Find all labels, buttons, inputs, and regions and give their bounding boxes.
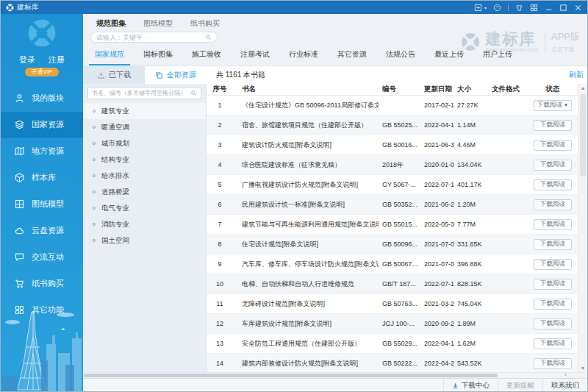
download-center-button[interactable]: 下载中心: [443, 379, 498, 392]
cell-no: 9: [207, 260, 233, 268]
scroll-down-arrow[interactable]: ▼: [578, 366, 587, 371]
cell-size: 4.46M: [454, 141, 490, 149]
download-read-button[interactable]: 下载阅读 ▼: [534, 219, 572, 230]
category-item[interactable]: 国土空间: [83, 232, 206, 249]
sidebar-item[interactable]: 交流互动: [1, 243, 83, 270]
category-label: 国土空间: [101, 236, 129, 246]
download-read-button[interactable]: 下载阅读 ▼: [534, 299, 572, 310]
sidebar-item[interactable]: 我的版块: [1, 85, 83, 111]
cell-book-name: 汽车库、修车库、停车场设计防火规范[附条文说明]: [233, 260, 379, 269]
download-read-button[interactable]: 下载阅读 ▼: [534, 239, 572, 250]
watermark-divider: [545, 32, 545, 51]
sidebar-item[interactable]: 地方资源: [1, 138, 83, 164]
category-label: 城市规划: [101, 139, 129, 149]
category-item[interactable]: 给水排水: [83, 168, 206, 184]
filter-search-input[interactable]: [92, 90, 190, 96]
download-read-button[interactable]: 下载阅读 ▼: [534, 358, 572, 369]
download-icon: [452, 382, 459, 389]
contact-us-button[interactable]: 联系我们: [542, 379, 587, 392]
cell-no: 8: [207, 240, 233, 248]
help-icon[interactable]: ?: [493, 4, 501, 12]
register-link[interactable]: 注册: [49, 54, 65, 65]
category-item[interactable]: 道路桥梁: [83, 184, 206, 200]
category-item[interactable]: 城市规划: [83, 135, 206, 152]
category-tab[interactable]: 注册考试: [234, 45, 276, 65]
sidebar-item[interactable]: 国家资源: [1, 111, 83, 138]
category-tab[interactable]: 国家规范: [89, 45, 130, 65]
search-icon[interactable]: [205, 34, 212, 40]
sidebar-item[interactable]: 其它功能: [1, 296, 83, 323]
cell-no: 6: [207, 201, 233, 208]
download-read-button[interactable]: 下载阅读 ▼: [534, 338, 572, 349]
download-read-button[interactable]: 下载阅读 ▼: [534, 318, 572, 329]
close-icon[interactable]: [574, 4, 582, 12]
app-download-badge[interactable]: APP版 点击下载: [551, 30, 580, 54]
sidebar-item[interactable]: 云盘资源: [1, 217, 83, 243]
maximize-icon[interactable]: [559, 4, 567, 12]
status-bar: 下载中心 更新提醒 联系我们: [83, 378, 587, 392]
login-link[interactable]: 登录: [19, 54, 35, 65]
download-read-button[interactable]: 下载阅读 ▼: [534, 199, 572, 210]
vertical-scrollbar[interactable]: ▲ ▼: [578, 84, 587, 372]
table-row: 8 住宅设计规范[附条文说明] GB 50096... 2021-07-05 3…: [207, 235, 578, 254]
search-icon[interactable]: [190, 90, 197, 96]
download-read-button[interactable]: 下载阅读 ▼: [534, 160, 572, 171]
download-read-button[interactable]: 下载阅读 ▼: [534, 259, 572, 270]
cell-no: 14: [207, 360, 233, 367]
category-tab[interactable]: 行业标准: [283, 45, 324, 65]
global-search-input[interactable]: [96, 34, 205, 41]
download-read-button[interactable]: 下载阅读 ▼: [534, 120, 572, 131]
update-reminder-button[interactable]: 更新提醒: [498, 379, 542, 392]
download-read-button[interactable]: 下载阅读 ▼: [534, 140, 572, 151]
downloaded-tab[interactable]: 已下载: [83, 66, 145, 84]
screenshot-icon[interactable]: [474, 4, 482, 12]
all-resources-tab[interactable]: 全部资源: [145, 66, 207, 84]
open-vip-button[interactable]: 开通VIP: [25, 68, 59, 76]
app-badge-sub: 点击下载: [551, 46, 580, 54]
app-tab[interactable]: 图纸模型: [143, 18, 173, 29]
horizontal-scrollbar[interactable]: ›: [83, 372, 587, 378]
sidebar-item[interactable]: 样本库: [1, 164, 83, 190]
horizontal-scroll-thumb[interactable]: [84, 374, 498, 377]
category-tab[interactable]: 其它资源: [331, 45, 373, 65]
app-tab[interactable]: 规范图集: [96, 18, 126, 29]
refresh-link[interactable]: 刷新: [569, 70, 584, 80]
app-tab[interactable]: 纸书购买: [190, 18, 220, 29]
table-row: 9 汽车库、修车库、停车场设计防火规范[附条文说明] GB 50067... 2…: [207, 254, 578, 274]
download-read-button[interactable]: 下载阅读 ▼: [534, 100, 572, 111]
category-item[interactable]: 电气专业: [83, 200, 206, 216]
sidebar-item-label: 图纸模型: [32, 199, 64, 210]
scroll-up-arrow[interactable]: ▲: [578, 85, 587, 90]
cell-size: 745.04K: [454, 300, 490, 307]
download-read-button[interactable]: 下载阅读 ▼: [534, 279, 572, 290]
sidebar-item-label: 样本库: [32, 172, 56, 183]
skin-icon[interactable]: [515, 4, 523, 12]
main-area: 规范图集 图纸模型 纸书购买 建标库 www.jianbiaoku.com: [83, 14, 587, 392]
cell-size: 1.62M: [454, 340, 490, 347]
vertical-scroll-thumb[interactable]: [580, 94, 587, 177]
cell-code: JGJ 100-...: [379, 320, 420, 327]
minimize-icon[interactable]: [545, 4, 553, 12]
brand-logo-icon: [27, 18, 57, 48]
category-item[interactable]: 消防专业: [83, 216, 206, 232]
cell-date: 2022-07-15: [420, 181, 454, 188]
category-tab[interactable]: 最近上传: [429, 45, 470, 65]
download-read-button[interactable]: 下载阅读 ▼: [534, 179, 572, 190]
screenshot-dropdown-icon[interactable]: ▾: [484, 5, 487, 10]
cell-no: 5: [207, 181, 233, 188]
category-tab[interactable]: 国标图集: [137, 45, 179, 65]
main-menu-icon[interactable]: [530, 4, 538, 12]
category-item[interactable]: 结构专业: [83, 152, 206, 168]
cell-date: 2017-02-17: [420, 101, 454, 109]
category-tab[interactable]: 用户上传: [477, 45, 518, 65]
category-item[interactable]: 建筑专业: [83, 103, 206, 119]
category-tab[interactable]: 法规公告: [380, 45, 421, 65]
sidebar-item[interactable]: 图纸模型: [1, 190, 83, 217]
category-item[interactable]: 暖通空调: [83, 119, 206, 135]
sidebar-item[interactable]: 纸书购买: [1, 270, 83, 296]
bullet-icon: [93, 207, 96, 210]
scroll-right-arrow[interactable]: ›: [564, 371, 567, 378]
bullet-icon: [93, 223, 96, 226]
table-row: 1 《住宅设计规范》GB 50096-2011局部修订条文及说... 2017-…: [207, 96, 578, 115]
category-tab[interactable]: 施工验收: [186, 45, 227, 65]
